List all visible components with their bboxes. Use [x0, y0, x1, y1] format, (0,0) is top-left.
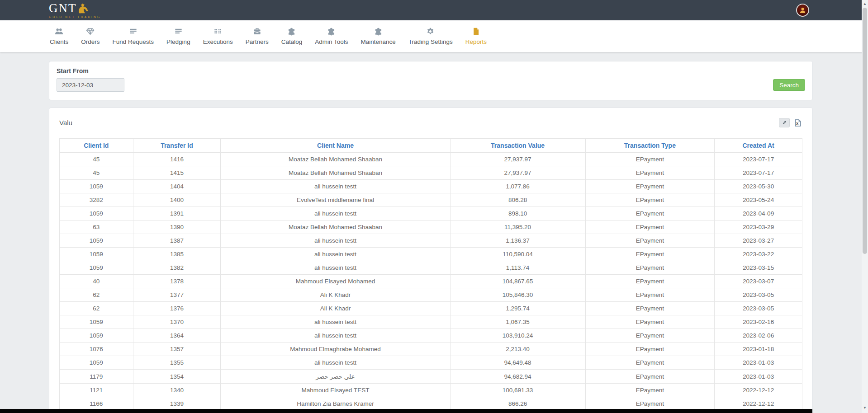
excel-export-button[interactable]: x [793, 118, 802, 127]
column-header-client-name[interactable]: Client Name [221, 139, 450, 153]
nav-item-fund-requests[interactable]: Fund Requests [106, 24, 161, 48]
start-from-input[interactable] [57, 78, 124, 92]
cell-created-at: 2023-03-05 [715, 302, 802, 315]
table-row: 10591404ali hussein testt1,077.86EPaymen… [60, 180, 802, 193]
cell-client-id: 1059 [60, 261, 133, 275]
nav-label-clients: Clients [50, 38, 68, 45]
column-header-transaction-type[interactable]: Transaction Type [585, 139, 715, 153]
brand-logo[interactable]: GNT GOLD NET TRADING [49, 2, 101, 19]
nav-item-maintenance[interactable]: Maintenance [355, 24, 402, 48]
nav-item-pledging[interactable]: Pledging [160, 24, 197, 48]
cell-transfer-id: 1400 [133, 193, 221, 207]
column-header-client-id[interactable]: Client Id [60, 139, 133, 153]
cell-client-name: Moataz Bellah Mohamed Shaaban [221, 166, 450, 180]
nav-item-reports[interactable]: Reports [459, 24, 493, 48]
vertical-scrollbar[interactable]: ▲ ▼ [862, 0, 868, 413]
cell-client-id: 1059 [60, 248, 133, 261]
cell-transaction-value: 1,295.74 [450, 302, 585, 315]
cell-transaction-type: EPayment [585, 248, 715, 261]
table-row: 10591387ali hussein testt1,136.37EPaymen… [60, 234, 802, 248]
cell-client-id: 1059 [60, 207, 133, 221]
report-title: Valu [59, 119, 72, 127]
cell-transaction-type: EPayment [585, 261, 715, 275]
nav-label-orders: Orders [81, 38, 100, 45]
cell-client-id: 3282 [60, 193, 133, 207]
nav-label-catalog: Catalog [281, 38, 303, 45]
table-row: 401378Mahmoud Elsayed Mohamed104,867.65E… [60, 275, 802, 288]
nav-label-maintenance: Maintenance [361, 38, 396, 45]
scroll-up-arrow-icon[interactable]: ▲ [862, 1, 868, 7]
column-header-created-at[interactable]: Created At [715, 139, 802, 153]
table-body: 451416Moataz Bellah Mohamed Shaaban27,93… [60, 153, 802, 411]
cell-transaction-value: 866.26 [450, 397, 585, 411]
table-row: 621377Ali K Khadr105,846.30EPayment2023-… [60, 288, 802, 302]
lion-emblem-icon [76, 2, 90, 15]
nav-item-clients[interactable]: Clients [43, 24, 75, 48]
cell-transaction-type: EPayment [585, 234, 715, 248]
cell-client-id: 1059 [60, 315, 133, 329]
transactions-table: Client IdTransfer IdClient NameTransacti… [59, 138, 802, 411]
cell-client-name: ali hussein testt [221, 261, 450, 275]
cell-transfer-id: 1416 [133, 153, 221, 166]
cell-transaction-value: 27,937.97 [450, 153, 585, 166]
top-header-bar: GNT GOLD NET TRADING [0, 0, 868, 20]
cell-transaction-value: 2,213.40 [450, 343, 585, 356]
column-header-transaction-value[interactable]: Transaction Value [450, 139, 585, 153]
nav-item-trading-settings[interactable]: Trading Settings [402, 24, 459, 48]
cell-transaction-type: EPayment [585, 180, 715, 193]
cell-transaction-type: EPayment [585, 153, 715, 166]
nav-label-reports: Reports [465, 38, 487, 45]
cell-client-name: ali hussein testt [221, 207, 450, 221]
cell-client-name: علي حصر حصر [221, 370, 450, 384]
cell-transfer-id: 1404 [133, 180, 221, 193]
cell-transaction-type: EPayment [585, 329, 715, 343]
briefcase-icon [253, 27, 261, 36]
cell-transaction-type: EPayment [585, 193, 715, 207]
cell-transaction-value: 1,136.37 [450, 234, 585, 248]
table-row: 10591385ali hussein testt110,590.04EPaym… [60, 248, 802, 261]
cell-transaction-type: EPayment [585, 356, 715, 370]
cell-created-at: 2023-03-27 [715, 234, 802, 248]
column-header-transfer-id[interactable]: Transfer Id [133, 139, 221, 153]
cell-created-at: 2023-03-05 [715, 288, 802, 302]
cell-client-id: 1166 [60, 397, 133, 411]
nav-item-executions[interactable]: Executions [197, 24, 239, 48]
cell-transaction-type: EPayment [585, 384, 715, 397]
cell-client-name: Mahmoud Elmaghrabe Mohamed [221, 343, 450, 356]
cell-transaction-value: 105,846.30 [450, 288, 585, 302]
cell-client-id: 1059 [60, 180, 133, 193]
cell-created-at: 2023-01-03 [715, 356, 802, 370]
expand-button[interactable] [779, 118, 790, 127]
cell-client-name: Ali K Khadr [221, 288, 450, 302]
cell-transfer-id: 1370 [133, 315, 221, 329]
cell-transaction-type: EPayment [585, 315, 715, 329]
nav-item-catalog[interactable]: Catalog [275, 24, 309, 48]
nav-item-orders[interactable]: Orders [75, 24, 106, 48]
cell-transfer-id: 1355 [133, 356, 221, 370]
table-row: 10591364ali hussein testt103,910.24EPaym… [60, 329, 802, 343]
search-button[interactable]: Search [773, 79, 805, 91]
table-row: 10591382ali hussein testt1,113.74EPaymen… [60, 261, 802, 275]
cell-transaction-type: EPayment [585, 288, 715, 302]
scroll-down-arrow-icon[interactable]: ▼ [862, 405, 868, 411]
cell-created-at: 2023-02-16 [715, 315, 802, 329]
user-avatar-button[interactable] [796, 4, 809, 17]
cell-client-name: ali hussein testt [221, 315, 450, 329]
nav-item-partners[interactable]: Partners [239, 24, 275, 48]
cell-client-id: 63 [60, 221, 133, 234]
brand-tagline: GOLD NET TRADING [49, 16, 101, 19]
cell-transaction-type: EPayment [585, 370, 715, 384]
cell-client-id: 1059 [60, 329, 133, 343]
cell-transfer-id: 1354 [133, 370, 221, 384]
cell-client-id: 1121 [60, 384, 133, 397]
table-row: 11791354علي حصر حصر94,682.94EPayment2023… [60, 370, 802, 384]
cell-transaction-type: EPayment [585, 221, 715, 234]
cell-transfer-id: 1390 [133, 221, 221, 234]
cell-client-name: ali hussein testt [221, 234, 450, 248]
scrollbar-thumb[interactable] [863, 8, 867, 254]
cell-created-at: 2023-05-24 [715, 193, 802, 207]
nav-item-admin-tools[interactable]: Admin Tools [308, 24, 354, 48]
cell-client-id: 1076 [60, 343, 133, 356]
cell-transaction-value: 1,113.74 [450, 261, 585, 275]
cell-transaction-value: 94,682.94 [450, 370, 585, 384]
